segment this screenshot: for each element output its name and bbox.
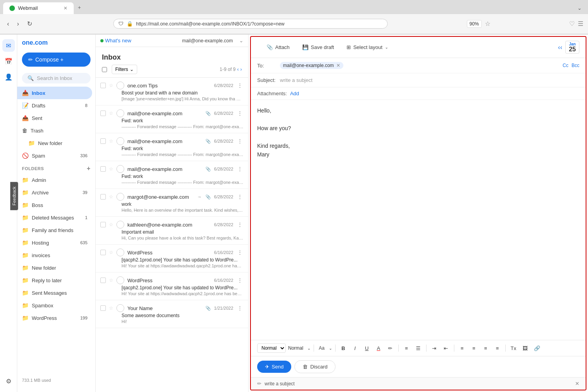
sidebar-item-archive[interactable]: 📁 Archive 39 (17, 186, 92, 199)
star-icon[interactable]: ☆ (109, 138, 113, 144)
text-color-button[interactable]: A (374, 343, 383, 353)
contacts-icon-btn[interactable]: 👤 (2, 71, 15, 83)
sidebar-item-family-and-friends[interactable]: 📁 Family and friends (17, 224, 92, 236)
add-attachment-link[interactable]: Add (290, 91, 299, 96)
compose-subject-field[interactable]: Subject: write a subject (251, 73, 586, 87)
sidebar-item-new-folder[interactable]: 📁 New folder (17, 137, 92, 149)
email-checkbox[interactable] (100, 138, 106, 144)
email-more-btn[interactable]: ⋮ (236, 166, 243, 172)
nav-prev-icon[interactable]: ‹‹ (558, 44, 563, 51)
address-bar[interactable]: 🛡 🔒 https://mail.one.com/mail@one-exampl… (113, 19, 388, 29)
email-item[interactable]: ☆ mail@one-example.com 📎 6/28/2022 ⋮ Fwd… (96, 133, 248, 161)
star-icon[interactable]: ☆ (109, 194, 113, 200)
filter-button[interactable]: Filters ⌄ (112, 65, 137, 74)
bookmark-icon[interactable]: ☆ (485, 20, 490, 27)
compose-content-area[interactable]: Hello, How are you? Kind regards, Mary (251, 100, 586, 340)
sidebar-item-trash[interactable]: 🗑 Trash (17, 124, 92, 137)
email-item[interactable]: ☆ one.com Tips 6/28/2022 ⋮ Boost your br… (96, 78, 248, 105)
clear-format-button[interactable]: Tx (509, 343, 518, 353)
italic-button[interactable]: I (350, 343, 360, 353)
browser-tab-webmail[interactable]: Webmail ✕ (3, 2, 74, 14)
sidebar-item-deleted-messages[interactable]: 📁 Deleted Messages 1 (17, 211, 92, 224)
send-button[interactable]: ✈ Send (257, 361, 291, 373)
star-icon[interactable]: ☆ (109, 83, 113, 88)
sidebar-item-wordpress[interactable]: 📁 WordPress 199 (17, 312, 92, 324)
forward-button[interactable]: › (15, 19, 21, 29)
ordered-list-button[interactable]: ≡ (402, 343, 411, 353)
user-dropdown-icon[interactable]: ⌄ (239, 38, 243, 44)
email-checkbox[interactable] (100, 250, 106, 255)
sidebar-item-new-folder2[interactable]: 📁 New folder (17, 261, 92, 274)
add-folder-icon[interactable]: + (87, 165, 91, 172)
remove-recipient-icon[interactable]: ✕ (336, 63, 340, 68)
settings-icon-btn[interactable]: ⚙ (2, 375, 15, 387)
email-more-btn[interactable]: ⋮ (236, 82, 243, 89)
save-draft-button[interactable]: 💾 Save draft (299, 43, 337, 52)
email-item[interactable]: ☆ mail@one-example.com 📎 6/28/2022 ⋮ Fwd… (96, 105, 248, 133)
highlight-button[interactable]: ✏ (386, 343, 395, 353)
email-checkbox[interactable] (100, 111, 106, 116)
align-right-button[interactable]: ≡ (481, 343, 490, 353)
search-bar[interactable]: 🔍 Search in Inbox (22, 73, 91, 83)
sidebar-item-spambox[interactable]: 📁 Spambox (17, 299, 92, 312)
tab-list-button[interactable]: ⌄ (574, 2, 585, 14)
sidebar-item-spam[interactable]: 🚫 Spam 336 (17, 149, 92, 162)
font-family-btn[interactable]: Aa (317, 343, 327, 353)
align-left-button[interactable]: ≡ (457, 343, 467, 353)
indent-button[interactable]: ⇥ (430, 343, 439, 353)
insert-image-button[interactable]: 🖼 (521, 343, 530, 353)
sidebar-item-reply-to-later[interactable]: 📁 Reply to later (17, 274, 92, 287)
font-chevron-icon[interactable]: ⌄ (329, 346, 332, 350)
email-more-btn[interactable]: ⋮ (236, 221, 243, 228)
email-checkbox[interactable] (100, 194, 106, 200)
underline-button[interactable]: U (362, 343, 372, 353)
sidebar-item-inbox[interactable]: 📥 Inbox (17, 87, 92, 99)
next-page-icon[interactable]: › (240, 67, 242, 72)
font-size-select[interactable]: Normal (257, 343, 286, 353)
format-chevron-icon[interactable]: ⌄ (307, 346, 310, 350)
new-tab-button[interactable]: ＋ (74, 1, 85, 14)
sidebar-item-boss[interactable]: 📁 Boss (17, 199, 92, 211)
unordered-list-button[interactable]: ☰ (414, 343, 423, 353)
select-all-checkbox[interactable] (102, 67, 107, 72)
email-more-btn[interactable]: ⋮ (236, 110, 243, 116)
calendar-icon-btn[interactable]: 📅 (2, 55, 15, 67)
whatsnew-button[interactable]: What's new (100, 38, 131, 44)
email-checkbox[interactable] (100, 83, 106, 88)
prev-page-icon[interactable]: ‹ (237, 67, 239, 72)
star-icon[interactable]: ☆ (109, 111, 113, 116)
footer-close-button[interactable]: ✕ (575, 381, 579, 387)
discard-button[interactable]: 🗑 Discard (294, 360, 336, 373)
email-item[interactable]: ☆ mail@one-example.com 📎 6/28/2022 ⋮ Fwd… (96, 161, 248, 189)
email-item[interactable]: ☆ kathleen@one-example.com 6/28/2022 ⋮ I… (96, 217, 248, 245)
email-item[interactable]: ☆ WordPress 6/16/2022 ⋮ [qacph2.1prod.on… (96, 272, 248, 300)
star-icon[interactable]: ☆ (109, 305, 113, 311)
email-checkbox[interactable] (100, 222, 106, 227)
email-item[interactable]: ☆ WordPress 6/16/2022 ⋮ [qacph2.1prod.on… (96, 245, 248, 272)
email-more-btn[interactable]: ⋮ (236, 138, 243, 144)
back-button[interactable]: ‹ (5, 19, 11, 29)
email-item[interactable]: ☆ Your Name 📎 1/21/2022 ⋮ Some awesome d… (96, 300, 248, 328)
tab-close-button[interactable]: ✕ (64, 5, 67, 11)
cc-button[interactable]: Cc (563, 63, 568, 68)
email-checkbox[interactable] (100, 166, 106, 172)
email-more-btn[interactable]: ⋮ (236, 277, 243, 283)
feedback-button[interactable]: Feedback (10, 182, 18, 210)
email-more-btn[interactable]: ⋮ (236, 194, 243, 200)
heart-icon[interactable]: ♡ (569, 20, 575, 27)
sidebar-item-admin[interactable]: 📁 Admin (17, 174, 92, 186)
outdent-button[interactable]: ⇤ (441, 343, 451, 353)
compose-button[interactable]: ✏ Compose + (22, 53, 91, 67)
sidebar-item-sent-messages[interactable]: 📁 Sent Messages (17, 287, 92, 299)
sidebar-item-drafts[interactable]: 📝 Drafts 8 (17, 99, 92, 112)
insert-link-button[interactable]: 🔗 (532, 343, 542, 353)
mail-icon-btn[interactable]: ✉ (2, 39, 15, 52)
star-icon[interactable]: ☆ (109, 222, 113, 227)
attach-button[interactable]: 📎 Attach (263, 43, 293, 52)
email-item[interactable]: ☆ margot@one-example.com → 📎 6/28/2022 ⋮… (96, 189, 248, 217)
sidebar-item-sent[interactable]: 📤 Sent (17, 112, 92, 124)
sidebar-item-hosting[interactable]: 📁 Hosting 635 (17, 236, 92, 249)
star-icon[interactable]: ☆ (109, 278, 113, 283)
menu-icon[interactable]: ☰ (578, 20, 583, 27)
align-center-button[interactable]: ≡ (469, 343, 479, 353)
